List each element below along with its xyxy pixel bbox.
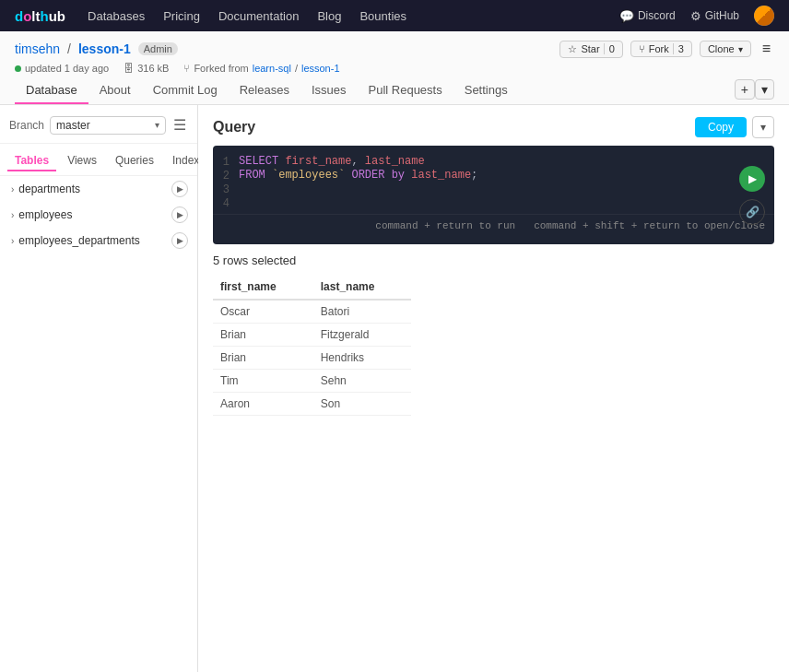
chevron-right-icon-3: › <box>11 236 14 246</box>
type-tab-queries[interactable]: Queries <box>108 151 161 171</box>
main-layout: Branch master ▾ ☰ Tables Views Queries I… <box>0 105 789 672</box>
sidebar: Branch master ▾ ☰ Tables Views Queries I… <box>0 105 198 672</box>
table-header-row: first_name last_name <box>213 275 411 300</box>
github-button[interactable]: ⚙ GitHub <box>690 9 739 23</box>
run-employees-departments-button[interactable]: ▶ <box>171 232 188 249</box>
nav-bounties[interactable]: Bounties <box>359 9 406 23</box>
tab-releases[interactable]: Releases <box>229 77 300 104</box>
chevron-right-icon: › <box>11 184 14 195</box>
nav-links: Databases Pricing Documentation Blog Bou… <box>88 9 619 23</box>
code-line-2: 2 FROM `employees` ORDER by last_name; <box>213 169 774 183</box>
shortcut-run: command + return to run <box>375 220 515 231</box>
nav-blog[interactable]: Blog <box>317 9 341 23</box>
expand-button[interactable]: ▾ <box>752 116 774 138</box>
branch-label: Branch <box>9 119 44 132</box>
clone-button[interactable]: Clone ▾ <box>700 41 751 57</box>
nav-databases[interactable]: Databases <box>88 9 145 23</box>
forked-sub-link[interactable]: lesson-1 <box>301 63 340 74</box>
tree-item-employees[interactable]: › employees ▶ <box>0 202 197 228</box>
fork-button[interactable]: ⑂ Fork 3 <box>630 41 692 57</box>
nav-documentation[interactable]: Documentation <box>218 9 299 23</box>
copy-button[interactable]: Copy <box>695 117 747 137</box>
tab-about[interactable]: About <box>88 77 142 104</box>
fork-small-icon: ⑂ <box>183 63 190 74</box>
repo-name[interactable]: lesson-1 <box>78 41 131 56</box>
forked-repo-link[interactable]: learn-sql <box>253 63 291 74</box>
repo-admin-badge: Admin <box>138 42 178 55</box>
chevron-down-icon: ▾ <box>738 44 743 54</box>
repo-title-row: timsehn / lesson-1 Admin ☆ Star 0 ⑂ Fork… <box>15 39 774 59</box>
hamburger-button[interactable]: ≡ <box>759 39 774 59</box>
list-view-icon[interactable]: ☰ <box>171 114 188 136</box>
link-button[interactable]: 🔗 <box>739 199 765 225</box>
tab-issues[interactable]: Issues <box>300 77 358 104</box>
type-tabs: Tables Views Queries Indexes <box>0 144 197 176</box>
table-name-employees-departments: employees_departments <box>18 234 139 247</box>
run-query-button[interactable]: ▶ <box>739 166 765 192</box>
status-dot <box>15 65 21 72</box>
repo-meta: updated 1 day ago 🗄 316 kB ⑂ Forked from… <box>15 63 774 74</box>
table-name-departments: departments <box>18 183 80 195</box>
col-last-name: last_name <box>313 275 412 300</box>
table-row: TimSehn <box>213 370 411 393</box>
repo-tabs: Database About Commit Log Releases Issue… <box>15 77 774 104</box>
repo-size: 🗄 316 kB <box>124 63 169 74</box>
logo: dolthub <box>15 8 65 24</box>
shortcut-open: command + shift + return to open/close <box>534 220 765 231</box>
repo-header: timsehn / lesson-1 Admin ☆ Star 0 ⑂ Fork… <box>0 31 789 105</box>
github-icon: ⚙ <box>690 9 701 23</box>
table-name-employees: employees <box>18 208 72 221</box>
discord-button[interactable]: 💬 Discord <box>619 9 676 23</box>
update-status: updated 1 day ago <box>15 63 109 74</box>
query-header: Query Copy ▾ <box>213 116 774 138</box>
tree-section: › departments ▶ › employees ▶ › employee… <box>0 176 197 253</box>
chevron-right-icon-2: › <box>11 210 14 220</box>
tab-settings[interactable]: Settings <box>453 77 519 104</box>
top-nav: dolthub Databases Pricing Documentation … <box>0 0 789 31</box>
code-footer: command + return to run command + shift … <box>213 214 774 235</box>
tree-item-departments[interactable]: › departments ▶ <box>0 176 197 202</box>
type-tab-views[interactable]: Views <box>60 151 104 171</box>
forked-from: ⑂ Forked from learn-sql / lesson-1 <box>183 63 339 74</box>
add-button[interactable]: + <box>735 79 755 100</box>
query-title: Query <box>213 119 255 136</box>
chevron-down-icon-query: ▾ <box>760 121 766 134</box>
table-row: AaronSon <box>213 393 411 416</box>
fork-icon: ⑂ <box>639 43 645 54</box>
nav-pricing[interactable]: Pricing <box>163 9 200 23</box>
code-line-1: 1 SELECT first_name, last_name <box>213 155 774 169</box>
tab-commit-log[interactable]: Commit Log <box>142 77 229 104</box>
table-row: OscarBatori <box>213 300 411 324</box>
nav-right: 💬 Discord ⚙ GitHub <box>619 6 774 26</box>
code-line-4: 4 <box>213 196 774 210</box>
star-button[interactable]: ☆ Star 0 <box>559 41 622 58</box>
star-icon: ☆ <box>568 43 577 55</box>
code-actions: ▶ 🔗 <box>739 166 765 225</box>
avatar[interactable] <box>754 6 774 26</box>
discord-icon: 💬 <box>619 9 634 23</box>
branch-row: Branch master ▾ ☰ <box>0 105 197 144</box>
run-employees-button[interactable]: ▶ <box>171 206 188 223</box>
tab-pull-requests[interactable]: Pull Requests <box>358 77 453 104</box>
tree-item-employees-departments[interactable]: › employees_departments ▶ <box>0 228 197 253</box>
table-row: BrianFitzgerald <box>213 324 411 347</box>
more-button[interactable]: ▾ <box>755 79 774 100</box>
branch-select[interactable]: master ▾ <box>50 116 166 135</box>
repo-actions: ☆ Star 0 ⑂ Fork 3 Clone ▾ ≡ <box>559 39 774 59</box>
branch-chevron-icon: ▾ <box>155 120 159 130</box>
results-count: 5 rows selected <box>213 253 774 267</box>
run-departments-button[interactable]: ▶ <box>171 181 188 197</box>
tab-database[interactable]: Database <box>15 77 88 104</box>
table-row: BrianHendriks <box>213 347 411 370</box>
repo-owner[interactable]: timsehn <box>15 41 60 56</box>
results-table: first_name last_name OscarBatoriBrianFit… <box>213 275 411 416</box>
query-panel: Query Copy ▾ 1 SELECT first_name, last_n… <box>198 105 789 672</box>
col-first-name: first_name <box>213 275 313 300</box>
code-editor[interactable]: 1 SELECT first_name, last_name 2 FROM `e… <box>213 146 774 244</box>
type-tab-tables[interactable]: Tables <box>7 151 56 171</box>
size-icon: 🗄 <box>124 63 134 74</box>
code-line-3: 3 <box>213 183 774 196</box>
